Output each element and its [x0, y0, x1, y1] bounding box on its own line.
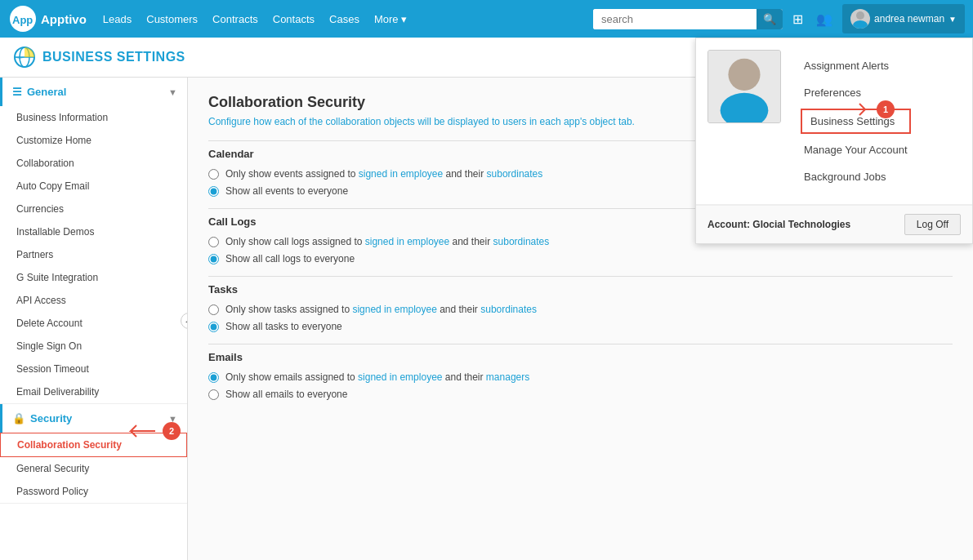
svg-point-3: [853, 20, 868, 29]
nav-customers[interactable]: Customers: [146, 13, 198, 25]
user-dropdown-arrow: ▼: [948, 15, 957, 24]
sidebar-item-general-security[interactable]: General Security: [0, 457, 187, 480]
general-section-header[interactable]: ☰ General ▼: [0, 78, 187, 106]
search-area: 🔍 ⊞ 👥 andrea newman ▼: [593, 4, 965, 33]
general-collapse-arrow: ▼: [168, 87, 177, 97]
nav-links: Leads Customers Contracts Contacts Cases…: [103, 13, 407, 25]
avatar-icon: [850, 9, 870, 29]
logout-button[interactable]: Log Off: [904, 214, 961, 235]
user-avatar-small: [850, 9, 870, 29]
globe-icon: [13, 46, 36, 69]
tasks-option-1-label: Only show tasks assigned to signed in em…: [225, 304, 537, 315]
annotation-2: 2: [127, 419, 181, 443]
emails-option-2-label: Show all emails to everyone: [225, 389, 347, 400]
sidebar-item-business-information[interactable]: Business Information: [0, 106, 187, 129]
sidebar-item-auto-copy-email[interactable]: Auto Copy Email: [0, 175, 187, 198]
logo-text: Apptivo: [41, 12, 87, 26]
account-info: Account: Glocial Technologies: [707, 219, 850, 230]
sidebar-item-partners[interactable]: Partners: [0, 243, 187, 266]
sidebar-item-api-access[interactable]: API Access: [0, 289, 187, 312]
sidebar-item-session-timeout[interactable]: Session Timeout: [0, 358, 187, 380]
emails-option-1-label: Only show emails assigned to signed in e…: [225, 371, 529, 383]
tasks-option-2-label: Show all tasks to everyone: [225, 321, 342, 332]
emails-radio-2[interactable]: [208, 389, 219, 400]
svg-text:App: App: [12, 14, 33, 26]
top-nav: App Apptivo Leads Customers Contracts Co…: [0, 0, 973, 38]
badge-1: 1: [877, 100, 895, 118]
general-label: ☰ General: [12, 86, 66, 98]
calendar-option-1-label: Only show events assigned to signed in e…: [225, 168, 542, 180]
security-label: 🔒 Security: [12, 412, 72, 424]
tasks-radio-1[interactable]: [208, 304, 219, 315]
tasks-title: Tasks: [208, 283, 953, 296]
badge-2: 2: [163, 422, 181, 440]
divider-tasks: [208, 276, 953, 277]
page-title: BUSINESS SETTINGS: [42, 50, 185, 64]
sidebar: ☰ General ▼ Business Information Customi…: [0, 78, 188, 560]
sidebar-item-collaboration[interactable]: Collaboration: [0, 152, 187, 175]
emails-title: Emails: [208, 351, 953, 363]
dropdown-assignment-alerts[interactable]: Assignment Alerts: [792, 53, 919, 78]
search-input[interactable]: [593, 9, 757, 29]
emails-option-1: Only show emails assigned to signed in e…: [208, 371, 953, 383]
general-section: ☰ General ▼ Business Information Customi…: [0, 78, 187, 404]
nav-cases[interactable]: Cases: [329, 13, 359, 25]
calllogs-option-2-label: Show all call logs to everyone: [225, 253, 355, 264]
emails-radio-1[interactable]: [208, 372, 219, 383]
account-label: Account:: [707, 219, 750, 230]
avatar-large-icon: [708, 50, 780, 123]
nav-more[interactable]: More ▾: [374, 13, 407, 25]
sidebar-item-password-policy[interactable]: Password Policy: [0, 480, 187, 503]
tasks-option-2: Show all tasks to everyone: [208, 321, 953, 332]
emails-option-2: Show all emails to everyone: [208, 389, 953, 400]
user-menu-trigger[interactable]: andrea newman ▼: [842, 4, 965, 33]
user-name: andrea newman: [874, 13, 944, 24]
dropdown-background-jobs[interactable]: Background Jobs: [792, 164, 919, 189]
sidebar-item-email-deliverability[interactable]: Email Deliverability: [0, 380, 187, 403]
svg-point-2: [856, 11, 864, 20]
arrow-1-icon: [832, 100, 873, 119]
calendar-option-2-label: Show all events to everyone: [225, 185, 348, 197]
lock-icon: 🔒: [12, 412, 25, 424]
people-icon-btn[interactable]: 👥: [813, 8, 836, 30]
calllogs-radio-2[interactable]: [208, 254, 219, 264]
divider-emails: [208, 344, 953, 344]
sidebar-item-delete-account[interactable]: Delete Account: [0, 312, 187, 335]
calendar-radio-1[interactable]: [208, 169, 219, 180]
sidebar-item-customize-home[interactable]: Customize Home: [0, 129, 187, 152]
app-logo: App Apptivo: [8, 4, 87, 33]
list-icon: ☰: [12, 86, 22, 98]
sidebar-item-sso[interactable]: Single Sign On: [0, 335, 187, 358]
tasks-option-1: Only show tasks assigned to signed in em…: [208, 304, 953, 315]
svg-point-8: [728, 59, 760, 91]
arrow-2-icon: [127, 419, 159, 443]
grid-icon-btn[interactable]: ⊞: [789, 8, 806, 30]
calllogs-radio-1[interactable]: [208, 237, 219, 247]
sidebar-item-gsuite[interactable]: G Suite Integration: [0, 266, 187, 289]
tasks-section: Tasks Only show tasks assigned to signed…: [208, 283, 953, 332]
calllogs-option-2: Show all call logs to everyone: [208, 253, 953, 264]
logo-icon: App: [8, 4, 38, 33]
account-name: Glocial Technologies: [752, 219, 850, 230]
nav-leads[interactable]: Leads: [103, 13, 132, 25]
nav-contracts[interactable]: Contracts: [212, 13, 258, 25]
emails-section: Emails Only show emails assigned to sign…: [208, 351, 953, 400]
calendar-radio-2[interactable]: [208, 186, 219, 197]
search-button[interactable]: 🔍: [757, 9, 783, 29]
annotation-1: 1: [832, 100, 895, 119]
sidebar-item-installable-demos[interactable]: Installable Demos: [0, 220, 187, 243]
dropdown-top: Assignment Alerts Preferences Business S…: [696, 38, 972, 205]
dropdown-manage-account[interactable]: Manage Your Account: [792, 137, 919, 162]
dropdown-bottom: Account: Glocial Technologies Log Off: [696, 205, 972, 243]
user-dropdown: Assignment Alerts Preferences Business S…: [695, 38, 973, 244]
tasks-radio-2[interactable]: [208, 322, 219, 332]
page-wrapper: App Apptivo Leads Customers Contracts Co…: [0, 0, 973, 560]
calllogs-option-1-label: Only show call logs assigned to signed i…: [225, 236, 549, 247]
sidebar-item-currencies[interactable]: Currencies: [0, 198, 187, 220]
nav-contacts[interactable]: Contacts: [273, 13, 315, 25]
search-box: 🔍: [593, 9, 783, 29]
user-avatar-large: [707, 50, 781, 123]
dropdown-menu-items: Assignment Alerts Preferences Business S…: [792, 50, 919, 193]
